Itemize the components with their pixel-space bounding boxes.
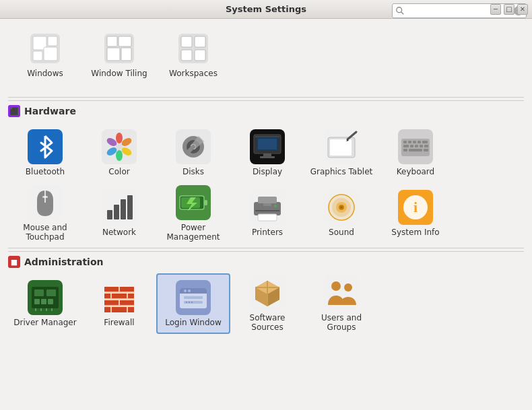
- svg-rect-53: [415, 145, 418, 147]
- app-icon-window-tiling[interactable]: Window Tiling: [82, 24, 156, 85]
- power-management-icon: [176, 185, 211, 220]
- administration-section-title: Administration: [24, 257, 103, 267]
- app-icon-bluetooth[interactable]: Bluetooth: [8, 123, 82, 183]
- app-icon-system-info[interactable]: i System Info: [378, 183, 453, 244]
- svg-line-1: [401, 12, 404, 15]
- app-icon-power-management[interactable]: Power Management: [156, 183, 230, 244]
- hardware-section-title: Hardware: [24, 106, 76, 116]
- svg-rect-92: [46, 289, 56, 296]
- administration-icons-grid: Driver Manager: [8, 273, 524, 334]
- app-icon-printers[interactable]: Printers: [230, 183, 304, 244]
- svg-rect-41: [330, 139, 352, 156]
- firewall-label: Firewall: [104, 318, 134, 327]
- svg-rect-76: [255, 210, 279, 211]
- svg-rect-94: [41, 299, 46, 304]
- svg-rect-46: [403, 141, 407, 143]
- app-icon-driver-manager[interactable]: Driver Manager: [8, 273, 82, 334]
- window-tiling-label: Window Tiling: [91, 69, 147, 78]
- divider-administration: [8, 248, 524, 248]
- workspaces-label: Workspaces: [169, 69, 218, 78]
- app-icon-windows[interactable]: Windows: [8, 24, 82, 85]
- app-icon-color[interactable]: Color: [82, 123, 156, 183]
- svg-point-0: [397, 7, 402, 13]
- svg-point-118: [184, 289, 187, 292]
- sound-icon: [324, 190, 359, 225]
- svg-point-78: [274, 205, 277, 207]
- svg-rect-11: [121, 48, 131, 61]
- svg-rect-54: [420, 145, 423, 147]
- svg-rect-75: [258, 214, 277, 221]
- svg-rect-91: [34, 289, 44, 296]
- hardware-section-icon: ⬛: [8, 105, 20, 117]
- login-window-icon: [176, 280, 211, 315]
- svg-rect-117: [180, 291, 207, 294]
- sound-label: Sound: [329, 228, 354, 237]
- users-groups-label: Users and Groups: [308, 313, 374, 333]
- svg-rect-95: [48, 299, 53, 304]
- network-icon: [102, 190, 137, 225]
- printers-label: Printers: [252, 228, 283, 237]
- svg-rect-9: [119, 36, 131, 46]
- titlebar: System Settings ✕ − □ ✕: [0, 0, 532, 19]
- app-icon-network[interactable]: Network: [82, 183, 156, 244]
- app-icon-workspaces[interactable]: Workspaces: [156, 24, 230, 85]
- app-icon-login-window[interactable]: Login Window: [156, 273, 230, 334]
- svg-rect-4: [48, 36, 57, 46]
- administration-section-header: ■ Administration: [8, 251, 524, 273]
- windows-label: Windows: [27, 69, 63, 78]
- svg-rect-16: [195, 50, 205, 61]
- workspaces-icon: [176, 31, 211, 66]
- app-icon-mouse[interactable]: Mouse and Touchpad: [8, 183, 82, 244]
- windows-icon: [28, 31, 63, 66]
- svg-rect-50: [422, 141, 428, 143]
- svg-text:i: i: [413, 199, 418, 215]
- graphics-tablet-label: Graphics Tablet: [310, 167, 373, 176]
- minimize-button[interactable]: −: [490, 4, 501, 15]
- keyboard-label: Keyboard: [397, 167, 434, 176]
- svg-rect-57: [409, 149, 422, 151]
- svg-rect-34: [255, 136, 279, 137]
- svg-rect-93: [34, 299, 40, 304]
- svg-rect-6: [44, 47, 57, 61]
- svg-point-23: [116, 150, 123, 161]
- firewall-icon: [102, 280, 137, 315]
- system-info-label: System Info: [391, 228, 439, 237]
- app-icon-users-groups[interactable]: Users and Groups: [304, 273, 378, 334]
- svg-rect-58: [424, 149, 428, 151]
- app-icon-sound[interactable]: Sound: [304, 183, 378, 244]
- mouse-label: Mouse and Touchpad: [12, 223, 78, 242]
- svg-rect-51: [403, 145, 409, 147]
- svg-rect-15: [181, 50, 192, 61]
- window-controls: − □ ✕: [490, 4, 528, 15]
- users-groups-icon: [324, 275, 359, 310]
- disks-label: Disks: [182, 167, 204, 176]
- svg-rect-14: [195, 36, 205, 47]
- svg-rect-66: [127, 195, 133, 219]
- bluetooth-label: Bluetooth: [26, 167, 65, 176]
- app-icon-graphics-tablet[interactable]: Graphics Tablet: [304, 123, 378, 183]
- svg-rect-64: [114, 205, 119, 219]
- app-icon-keyboard[interactable]: Keyboard: [378, 123, 453, 183]
- svg-point-134: [344, 283, 352, 292]
- app-icon-firewall[interactable]: Firewall: [82, 273, 156, 334]
- svg-rect-71: [181, 197, 200, 208]
- app-icon-disks[interactable]: Disks: [156, 123, 230, 183]
- disks-icon: [176, 129, 211, 164]
- app-icon-software-sources[interactable]: Software Sources: [230, 273, 304, 334]
- main-content: Windows Window Tiling: [0, 19, 532, 410]
- driver-manager-label: Driver Manager: [13, 318, 76, 327]
- app-icon-display[interactable]: Display: [230, 123, 304, 183]
- svg-rect-48: [413, 141, 416, 143]
- svg-rect-52: [410, 145, 413, 147]
- hardware-icons-grid: Bluetooth Color: [8, 123, 524, 244]
- close-button[interactable]: ✕: [517, 4, 528, 15]
- svg-rect-35: [263, 153, 271, 156]
- maximize-button[interactable]: □: [504, 4, 514, 15]
- svg-rect-104: [104, 307, 134, 312]
- svg-rect-65: [121, 199, 126, 219]
- printers-icon: [250, 190, 285, 225]
- color-icon: [102, 129, 137, 164]
- color-label: Color: [108, 167, 129, 176]
- administration-section-icon: ■: [8, 256, 20, 268]
- svg-rect-8: [107, 36, 117, 46]
